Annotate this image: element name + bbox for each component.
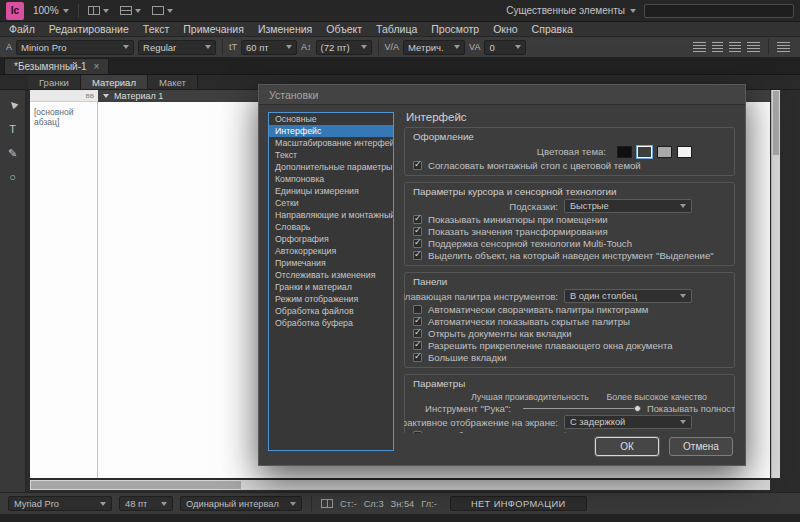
nav-item-advanced-type[interactable]: Дополнительные параметры текста [269,161,393,173]
menu-type[interactable]: Текст [136,23,176,35]
checkbox[interactable] [413,341,422,350]
view-options-button[interactable] [86,5,111,16]
menu-edit[interactable]: Редактирование [42,23,136,35]
color-theme-swatch-light[interactable] [657,146,672,158]
match-pasteboard-checkbox-row[interactable]: Согласовать монтажный стол с цветовой те… [413,159,726,171]
nav-item-dictionary[interactable]: Словарь [269,221,393,233]
vertical-scrollbar-thumb[interactable] [773,91,779,155]
menu-object[interactable]: Объект [319,23,369,35]
preferences-content: Интерфейс Оформление Цветовая тема: Согл… [404,110,735,433]
large-tabs-checkbox-row[interactable]: Большие вкладки [413,351,726,363]
tab-layout[interactable]: Макет [148,75,198,89]
floating-toolbar-select[interactable]: В один столбец [564,289,692,303]
auto-collapse-panels-checkbox-row[interactable]: Автоматически сворачивать палитры пиктог… [413,303,726,315]
nav-item-track-changes[interactable]: Отслеживать изменения [269,269,393,281]
menu-view[interactable]: Просмотр [424,23,486,35]
menu-changes[interactable]: Изменения [251,23,319,35]
nav-item-grids[interactable]: Сетки [269,197,393,209]
color-theme-swatch-dark[interactable] [637,146,652,158]
status-size-select[interactable]: 48 пт [119,496,173,511]
checkbox[interactable] [413,251,422,260]
nav-item-file-handling[interactable]: Обработка файлов [269,305,393,317]
vertical-scrollbar[interactable] [771,90,780,478]
nav-item-spelling[interactable]: Орфография [269,233,393,245]
menu-file[interactable]: Файл [2,23,42,35]
nav-item-ui-scaling[interactable]: Масштабирование интерфейса [269,137,393,149]
align-right-button[interactable] [729,42,741,52]
font-style-select[interactable]: Regular [138,40,216,55]
status-line-spacing-select[interactable]: Одинарный интервал [180,496,302,511]
checkbox[interactable] [413,317,422,326]
nav-item-display-mode[interactable]: Режим отображения [269,293,393,305]
dialog-title-bar[interactable]: Установки [259,85,745,105]
multitouch-checkbox-row[interactable]: Поддержка сенсорной технологии Multi-Tou… [413,237,726,249]
horizontal-scrollbar-thumb[interactable] [31,481,241,489]
zoom-level-control[interactable]: 100% [31,5,71,16]
hand-tool-slider[interactable] [523,404,641,413]
open-documents-as-tabs-checkbox-row[interactable]: Открыть документы как вкладки [413,327,726,339]
close-icon[interactable]: × [94,62,100,72]
align-left-button[interactable] [693,42,706,52]
checkbox[interactable] [413,239,422,248]
auto-show-hidden-panels-checkbox-row[interactable]: Автоматически показывать скрытые палитры [413,315,726,327]
checkbox[interactable] [413,227,422,236]
tab-galley[interactable]: Гранки [28,75,81,89]
slider-handle[interactable] [634,405,641,412]
live-screen-drawing-select[interactable]: С задержкой [564,415,692,429]
nav-item-clipboard-handling[interactable]: Обработка буфера [269,317,393,329]
nav-item-composition[interactable]: Компоновка [269,173,393,185]
tab-story[interactable]: Материал [81,75,148,89]
font-size-select[interactable]: 60 пт [241,40,297,55]
checkbox[interactable] [413,305,422,314]
align-justify-all-button[interactable] [777,42,790,52]
color-theme-swatch-darkest[interactable] [617,146,632,158]
search-input[interactable] [644,4,794,18]
show-transform-values-checkbox-row[interactable]: Показать значения трансформирования [413,225,726,237]
zoom-tool-icon[interactable]: ○ [4,170,22,184]
divider [378,39,379,55]
arrange-documents-button[interactable] [150,5,175,16]
checkbox[interactable] [413,329,422,338]
leading-select[interactable]: (72 пт) [316,40,372,55]
screen-mode-button[interactable] [118,5,143,16]
color-theme-swatch-lightest[interactable] [677,146,692,158]
group-cursor-touch: Параметры курсора и сенсорной технологии… [404,182,735,266]
selection-tool-icon[interactable]: ▶ [1,94,24,117]
checkbox[interactable] [413,353,422,362]
checkbox-label: Поддержка сенсорной технологии Multi-Tou… [428,238,632,249]
menu-notes[interactable]: Примечания [176,23,251,35]
nav-item-units[interactable]: Единицы измерения [269,185,393,197]
checkbox[interactable] [413,431,422,434]
menu-window[interactable]: Окно [486,23,524,35]
nav-item-general[interactable]: Основные [269,113,393,125]
status-font-select[interactable]: Myriad Pro [8,496,112,511]
checkbox[interactable] [413,161,422,170]
font-family-select[interactable]: Minion Pro [16,40,134,55]
workspace-switcher[interactable]: Существенные элементы [506,5,636,16]
show-thumbnails-checkbox-row[interactable]: Показывать миниатюры при помещении [413,213,726,225]
ok-button[interactable]: ОК [595,437,659,456]
highlight-object-checkbox-row[interactable]: Выделить объект, на который наведен инст… [413,249,726,261]
note-tool-icon[interactable]: ✎ [4,146,22,160]
tooltips-select[interactable]: Быстрые [564,199,692,213]
enable-floating-window-docking-checkbox-row[interactable]: Разрешить прикрепление плавающего окна д… [413,339,726,351]
align-justify-button[interactable] [747,42,760,52]
tracking-select[interactable]: 0 [484,40,526,55]
horizontal-scrollbar[interactable] [30,480,770,490]
menu-table[interactable]: Таблица [369,23,424,35]
nav-item-autocorrect[interactable]: Автокоррекция [269,245,393,257]
align-center-button[interactable] [712,42,723,52]
group-cursor-title: Параметры курсора и сенсорной технологии [413,185,726,198]
checkbox[interactable] [413,215,422,224]
greek-vector-graphics-checkbox-row[interactable]: Не отображать векторную графику при пере… [413,429,726,433]
menu-help[interactable]: Справка [525,23,580,35]
kerning-select[interactable]: Метрич. [403,40,465,55]
type-tool-icon[interactable]: T [4,122,22,136]
cancel-button[interactable]: Отмена [669,437,733,456]
nav-item-guides-pasteboard[interactable]: Направляющие и монтажный стол [269,209,393,221]
nav-item-notes[interactable]: Примечания [269,257,393,269]
nav-item-type[interactable]: Текст [269,149,393,161]
nav-item-interface[interactable]: Интерфейс [269,125,393,137]
document-tab[interactable]: *Безымянный-1 × [4,58,109,74]
nav-item-galley-story[interactable]: Гранки и материал [269,281,393,293]
